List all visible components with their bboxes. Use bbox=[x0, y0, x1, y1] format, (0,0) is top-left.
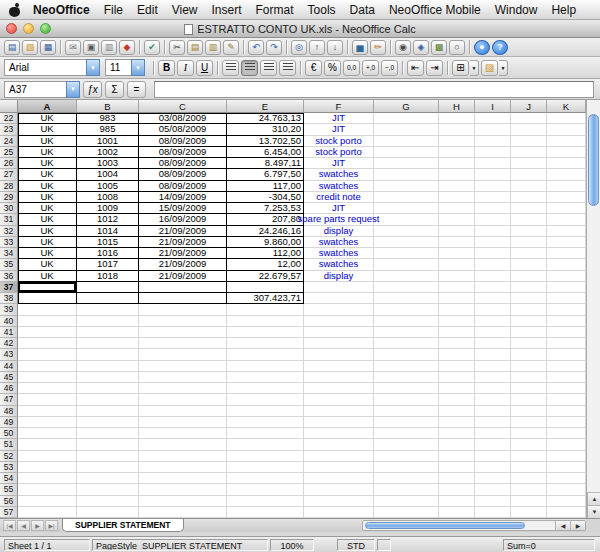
cell-H49[interactable] bbox=[439, 417, 475, 428]
cell-E49[interactable] bbox=[227, 417, 304, 428]
cell-C23[interactable]: 05/08/2009 bbox=[139, 124, 227, 135]
cell-J33[interactable] bbox=[511, 237, 547, 248]
sum-button[interactable]: Σ bbox=[105, 81, 124, 98]
menu-window[interactable]: Window bbox=[488, 3, 545, 17]
row-header-34[interactable]: 34 bbox=[0, 248, 18, 259]
cell-C52[interactable] bbox=[139, 451, 227, 462]
cell-J57[interactable] bbox=[511, 507, 547, 518]
cell-I34[interactable] bbox=[475, 248, 511, 259]
cell-I51[interactable] bbox=[475, 439, 511, 450]
menu-insert[interactable]: Insert bbox=[205, 3, 249, 17]
cell-I43[interactable] bbox=[475, 349, 511, 360]
cell-G34[interactable] bbox=[374, 248, 439, 259]
cell-I30[interactable] bbox=[475, 203, 511, 214]
cell-F47[interactable] bbox=[304, 394, 374, 405]
cell-G31[interactable] bbox=[374, 214, 439, 225]
cell-A44[interactable] bbox=[18, 361, 77, 372]
column-header-F[interactable]: F bbox=[304, 100, 374, 113]
menu-tools[interactable]: Tools bbox=[301, 3, 343, 17]
cell-C46[interactable] bbox=[139, 383, 227, 394]
cell-I46[interactable] bbox=[475, 383, 511, 394]
cell-J46[interactable] bbox=[511, 383, 547, 394]
cell-H22[interactable] bbox=[439, 113, 475, 124]
cell-H45[interactable] bbox=[439, 372, 475, 383]
show-draw-functions-icon[interactable]: ✏ bbox=[370, 40, 386, 55]
cell-G44[interactable] bbox=[374, 361, 439, 372]
cell-A36[interactable]: UK bbox=[18, 271, 77, 282]
cell-K57[interactable] bbox=[547, 507, 586, 518]
cell-B53[interactable] bbox=[77, 462, 139, 473]
column-header-I[interactable]: I bbox=[475, 100, 511, 113]
cell-K53[interactable] bbox=[547, 462, 586, 473]
save-icon[interactable]: ▦ bbox=[40, 40, 56, 55]
font-name-dropdown-icon[interactable]: ▼ bbox=[86, 59, 100, 76]
cell-C37[interactable] bbox=[139, 282, 227, 293]
cell-H52[interactable] bbox=[439, 451, 475, 462]
cell-I29[interactable] bbox=[475, 192, 511, 203]
vertical-scrollbar[interactable]: ▲ ▼ bbox=[586, 100, 600, 518]
cell-J47[interactable] bbox=[511, 394, 547, 405]
italic-button[interactable]: I bbox=[177, 60, 194, 76]
cell-K22[interactable] bbox=[547, 113, 586, 124]
cell-E43[interactable] bbox=[227, 349, 304, 360]
cell-H37[interactable] bbox=[439, 282, 475, 293]
cell-C53[interactable] bbox=[139, 462, 227, 473]
cell-K27[interactable] bbox=[547, 169, 586, 180]
row-header-46[interactable]: 46 bbox=[0, 383, 18, 394]
sum-display[interactable]: Sum=0 bbox=[503, 539, 595, 551]
cell-J31[interactable] bbox=[511, 214, 547, 225]
row-header-29[interactable]: 29 bbox=[0, 192, 18, 203]
cell-H57[interactable] bbox=[439, 507, 475, 518]
cell-F41[interactable] bbox=[304, 327, 374, 338]
cell-J26[interactable] bbox=[511, 158, 547, 169]
cell-H35[interactable] bbox=[439, 259, 475, 270]
cell-F39[interactable] bbox=[304, 304, 374, 315]
cell-I33[interactable] bbox=[475, 237, 511, 248]
background-color-button[interactable]: ▨ bbox=[481, 60, 498, 76]
cell-I54[interactable] bbox=[475, 473, 511, 484]
cell-E31[interactable]: 207,80 bbox=[227, 214, 304, 225]
row-header-51[interactable]: 51 bbox=[0, 439, 18, 450]
cell-E52[interactable] bbox=[227, 451, 304, 462]
apple-icon[interactable] bbox=[9, 3, 21, 17]
cell-K47[interactable] bbox=[547, 394, 586, 405]
cell-I28[interactable] bbox=[475, 181, 511, 192]
cell-J55[interactable] bbox=[511, 484, 547, 495]
cell-J35[interactable] bbox=[511, 259, 547, 270]
cell-F55[interactable] bbox=[304, 484, 374, 495]
cell-I55[interactable] bbox=[475, 484, 511, 495]
cell-A57[interactable] bbox=[18, 507, 77, 518]
cell-H24[interactable] bbox=[439, 136, 475, 147]
sort-ascending-icon[interactable]: ↑ bbox=[309, 40, 325, 55]
cell-G57[interactable] bbox=[374, 507, 439, 518]
row-header-42[interactable]: 42 bbox=[0, 338, 18, 349]
cell-C57[interactable] bbox=[139, 507, 227, 518]
cell-B41[interactable] bbox=[77, 327, 139, 338]
cell-G42[interactable] bbox=[374, 338, 439, 349]
align-center-button[interactable] bbox=[241, 60, 258, 76]
cell-K49[interactable] bbox=[547, 417, 586, 428]
cell-H50[interactable] bbox=[439, 428, 475, 439]
cell-J24[interactable] bbox=[511, 136, 547, 147]
formula-input[interactable] bbox=[154, 81, 594, 98]
cell-E23[interactable]: 310,20 bbox=[227, 124, 304, 135]
row-header-57[interactable]: 57 bbox=[0, 507, 18, 518]
cell-I52[interactable] bbox=[475, 451, 511, 462]
cell-I49[interactable] bbox=[475, 417, 511, 428]
cell-B23[interactable]: 985 bbox=[77, 124, 139, 135]
cell-K40[interactable] bbox=[547, 316, 586, 327]
borders-button[interactable]: ⊞ bbox=[452, 60, 469, 76]
cell-B42[interactable] bbox=[77, 338, 139, 349]
cell-C48[interactable] bbox=[139, 406, 227, 417]
cell-I35[interactable] bbox=[475, 259, 511, 270]
cell-C35[interactable]: 21/09/2009 bbox=[139, 259, 227, 270]
cell-H30[interactable] bbox=[439, 203, 475, 214]
cell-H36[interactable] bbox=[439, 271, 475, 282]
cell-I32[interactable] bbox=[475, 226, 511, 237]
previous-sheet-button[interactable]: ◀ bbox=[17, 520, 30, 531]
cell-F27[interactable]: swatches bbox=[304, 169, 374, 180]
cell-J44[interactable] bbox=[511, 361, 547, 372]
cell-A52[interactable] bbox=[18, 451, 77, 462]
cell-G26[interactable] bbox=[374, 158, 439, 169]
standard-format-button[interactable]: 0,0 bbox=[343, 60, 360, 76]
